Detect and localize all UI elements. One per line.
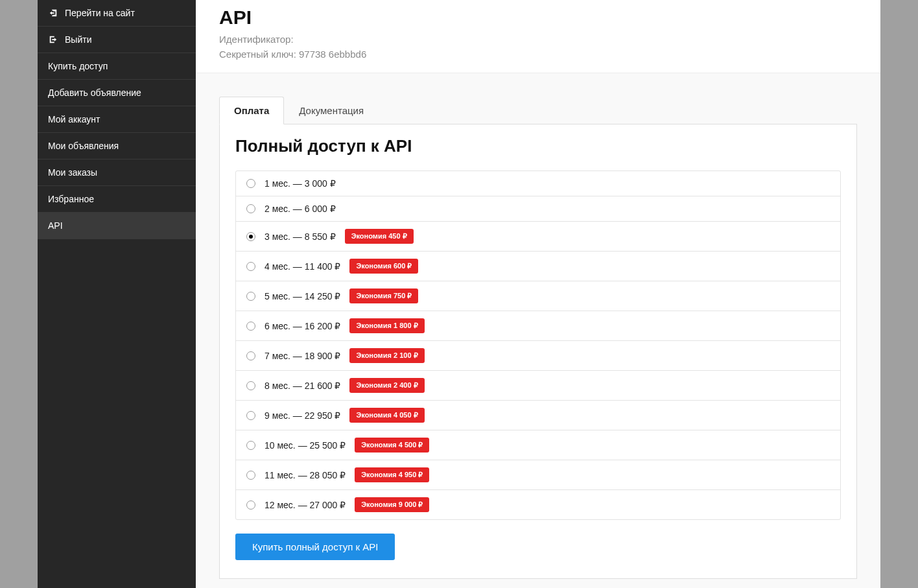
radio-icon[interactable] (246, 179, 255, 188)
sidebar-item-logout[interactable]: Выйти (38, 27, 196, 53)
tab-payment[interactable]: Оплата (219, 97, 284, 124)
sidebar-item-label: Добавить объявление (48, 88, 141, 98)
plan-option[interactable]: 6 мес. — 16 200Экономия 1 800 (235, 311, 841, 341)
sidebar-item-api[interactable]: API (38, 213, 196, 239)
secret-line: Секретный ключ 97738 6ebbbd6 (219, 49, 857, 60)
savings-badge: Экономия 4 500 (355, 438, 429, 453)
sidebar-item-my-account[interactable]: Мой аккаунт (38, 106, 196, 133)
page-header: API Идентификатор Секретный ключ 97738 6… (196, 0, 880, 73)
tab-docs[interactable]: Документация (284, 97, 379, 124)
radio-icon[interactable] (246, 411, 255, 420)
plan-option[interactable]: 12 мес. — 27 000Экономия 9 000 (235, 489, 841, 520)
sidebar-item-buy-access[interactable]: Купить доступ (38, 53, 196, 80)
savings-badge: Экономия 450 (345, 229, 414, 244)
secret-label: Секретный ключ (219, 49, 299, 60)
radio-icon[interactable] (246, 322, 255, 331)
plan-label: 4 мес. — 11 400 (265, 261, 340, 272)
panel-title: Полный доступ к API (235, 136, 841, 156)
identifier-label: Идентификатор (219, 34, 294, 45)
plan-option[interactable]: 4 мес. — 11 400Экономия 600 (235, 251, 841, 281)
radio-icon[interactable] (246, 351, 255, 360)
savings-badge: Экономия 1 800 (349, 318, 424, 333)
enter-icon (48, 8, 58, 18)
sidebar-item-label: Выйти (65, 34, 91, 45)
plan-label: 2 мес. — 6 000 (265, 204, 336, 214)
sidebar-item-my-listings[interactable]: Мои объявления (38, 133, 196, 159)
savings-badge: Экономия 750 (349, 288, 418, 303)
secret-value: 97738 6ebbbd6 (299, 49, 366, 60)
radio-icon[interactable] (246, 292, 255, 301)
plan-option[interactable]: 7 мес. — 18 900Экономия 2 100 (235, 340, 841, 371)
radio-icon[interactable] (246, 381, 255, 390)
radio-icon[interactable] (246, 441, 255, 450)
plan-option[interactable]: 9 мес. — 22 950Экономия 4 050 (235, 400, 841, 430)
tabs-body: ОплатаДокументация Полный доступ к API 1… (196, 73, 880, 588)
radio-icon[interactable] (246, 471, 255, 480)
sidebar-item-label: Избранное (48, 194, 94, 204)
plan-option[interactable]: 3 мес. — 8 550Экономия 450 (235, 221, 841, 252)
radio-icon[interactable] (246, 262, 255, 271)
page-title: API (219, 6, 857, 29)
tabs: ОплатаДокументация (219, 97, 857, 124)
plan-option[interactable]: 8 мес. — 21 600Экономия 2 400 (235, 370, 841, 401)
plan-label: 3 мес. — 8 550 (265, 231, 336, 242)
radio-icon[interactable] (246, 500, 255, 510)
plan-options: 1 мес. — 3 0002 мес. — 6 0003 мес. — 8 5… (235, 171, 841, 520)
savings-badge: Экономия 2 100 (349, 348, 424, 363)
plan-option[interactable]: 5 мес. — 14 250Экономия 750 (235, 281, 841, 311)
plan-option[interactable]: 11 мес. — 28 050Экономия 4 950 (235, 460, 841, 490)
plan-label: 7 мес. — 18 900 (265, 351, 340, 361)
plan-option[interactable]: 10 мес. — 25 500Экономия 4 500 (235, 430, 841, 460)
sidebar-item-label: Мои заказы (48, 167, 97, 178)
plan-label: 12 мес. — 27 000 (265, 500, 346, 510)
plan-label: 10 мес. — 25 500 (265, 440, 346, 451)
sidebar-item-label: Перейти на сайт (65, 8, 135, 18)
sidebar-item-my-orders[interactable]: Мои заказы (38, 159, 196, 186)
identifier-line: Идентификатор (219, 34, 857, 45)
main: API Идентификатор Секретный ключ 97738 6… (196, 0, 880, 588)
sidebar-item-label: Купить доступ (48, 61, 108, 71)
radio-icon[interactable] (246, 232, 255, 241)
plan-label: 11 мес. — 28 050 (265, 470, 346, 480)
sidebar-item-label: Мой аккаунт (48, 114, 100, 124)
savings-badge: Экономия 2 400 (349, 378, 424, 393)
plan-option[interactable]: 2 мес. — 6 000 (235, 196, 841, 222)
savings-badge: Экономия 600 (349, 259, 418, 274)
sidebar-item-label: Мои объявления (48, 141, 119, 151)
plan-option[interactable]: 1 мес. — 3 000 (235, 171, 841, 196)
sidebar-item-favorites[interactable]: Избранное (38, 186, 196, 213)
plan-label: 1 мес. — 3 000 (265, 178, 336, 189)
sidebar-item-add-listing[interactable]: Добавить объявление (38, 80, 196, 106)
sidebar: Перейти на сайтВыйтиКупить доступДобавит… (38, 0, 196, 588)
radio-icon[interactable] (246, 204, 255, 213)
savings-badge: Экономия 4 050 (349, 408, 424, 423)
savings-badge: Экономия 4 950 (355, 467, 429, 482)
sidebar-item-go-to-site[interactable]: Перейти на сайт (38, 0, 196, 27)
sidebar-item-label: API (48, 220, 63, 231)
exit-icon (48, 34, 58, 45)
payment-panel: Полный доступ к API 1 мес. — 3 0002 мес.… (219, 124, 857, 579)
plan-label: 8 мес. — 21 600 (265, 381, 340, 391)
savings-badge: Экономия 9 000 (355, 497, 429, 512)
plan-label: 5 мес. — 14 250 (265, 291, 340, 301)
plan-label: 9 мес. — 22 950 (265, 410, 340, 421)
buy-button[interactable]: Купить полный доступ к API (235, 534, 395, 560)
plan-label: 6 мес. — 16 200 (265, 321, 340, 331)
